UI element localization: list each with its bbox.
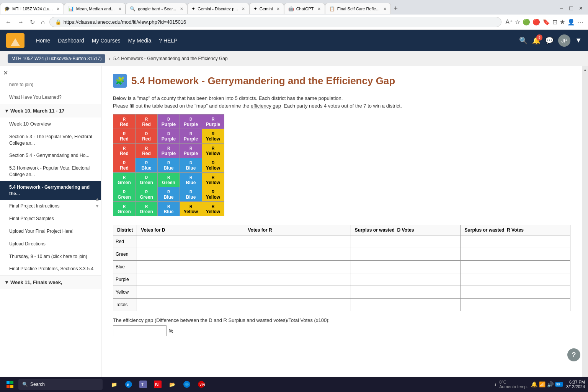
taskbar-wifi-icon[interactable]: 📶 [539, 381, 546, 387]
data-row-purple-surplus_d[interactable] [351, 273, 461, 286]
tab-6-close[interactable]: × [318, 6, 321, 12]
input-totals-votes_d[interactable] [139, 300, 241, 309]
data-row-red-surplus_r[interactable] [461, 235, 570, 248]
data-row-totals-surplus_d[interactable] [351, 299, 461, 311]
input-green-surplus_d[interactable] [353, 250, 458, 259]
input-blue-surplus_d[interactable] [353, 262, 458, 271]
input-totals-votes_r[interactable] [247, 300, 348, 309]
nav-my-media[interactable]: My Media [128, 38, 152, 44]
start-button[interactable] [3, 378, 17, 390]
tab-4-close[interactable]: × [242, 6, 245, 12]
sidebar-item-hw54[interactable]: 5.4 Homework - Gerrymandering and the... [0, 181, 101, 200]
star-icon[interactable]: ☆ [514, 18, 521, 26]
tab-5[interactable]: ✦ Gemini × [249, 3, 284, 14]
sidebar-item-thursday-office[interactable]: Thursday, 9 - 10 am (click here to join) [0, 250, 101, 263]
tab-7-close[interactable]: × [383, 6, 386, 12]
data-row-totals-votes_d[interactable] [137, 299, 244, 311]
data-row-totals-surplus_r[interactable] [461, 299, 570, 311]
notifications-button[interactable]: 🔔 5 [532, 36, 541, 45]
tab-7[interactable]: 📋 Final Self Care Refle... × [325, 3, 391, 14]
data-row-blue-votes_d[interactable] [137, 261, 244, 273]
data-row-totals-votes_r[interactable] [244, 299, 351, 311]
input-red-surplus_r[interactable] [463, 237, 568, 246]
nav-help[interactable]: ? HELP [159, 38, 177, 44]
forward-button[interactable]: → [16, 17, 25, 27]
input-blue-surplus_r[interactable] [463, 262, 568, 271]
data-row-blue-surplus_d[interactable] [351, 261, 461, 273]
sidebar-scroll-down[interactable]: ▼ [95, 203, 100, 209]
split-view-icon[interactable]: ⊡ [552, 18, 558, 26]
data-row-green-surplus_r[interactable] [461, 248, 570, 261]
url-bar[interactable]: 🔒 https://classes.lanecc.edu/mod/lti/vie… [49, 17, 502, 27]
sidebar-scroll-up[interactable]: ▲ [95, 196, 100, 202]
sidebar-item-final-samples[interactable]: Final Project Samples [0, 212, 101, 225]
nav-my-courses[interactable]: My Courses [92, 38, 121, 44]
user-avatar[interactable]: JP [558, 34, 570, 47]
tab-1-close[interactable]: × [57, 6, 60, 12]
taskbar-search-bar[interactable]: 🔍 Search [18, 379, 103, 390]
sidebar-item-section54[interactable]: Section 5.4 - Gerrymandaring and Ho... [0, 149, 101, 162]
tab-2-close[interactable]: × [118, 6, 121, 12]
minimize-button[interactable]: − [557, 4, 565, 13]
data-row-green-votes_d[interactable] [137, 248, 244, 261]
data-row-purple-votes_d[interactable] [137, 273, 244, 286]
data-row-red-surplus_d[interactable] [351, 235, 461, 248]
data-row-green-votes_r[interactable] [244, 248, 351, 261]
taskbar-clock[interactable]: 6:37 PM 3/12/2024 [566, 380, 585, 389]
input-yellow-votes_r[interactable] [247, 287, 348, 297]
taskbar-app-vpn[interactable]: VPN [194, 377, 208, 391]
data-row-blue-surplus_r[interactable] [461, 261, 570, 273]
taskbar-app-browser2[interactable] [180, 377, 194, 391]
input-red-surplus_d[interactable] [353, 237, 458, 246]
input-red-votes_r[interactable] [247, 237, 348, 246]
taskbar-app-teams[interactable]: T [136, 377, 150, 391]
tab-1[interactable]: 🎓 MTH 105Z W24 (Lu... × [0, 3, 64, 14]
sidebar-item-hw53[interactable]: 5.3 Homework - Popular Vote, Electoral C… [0, 162, 101, 181]
input-totals-surplus_r[interactable] [463, 300, 568, 309]
nav-dashboard[interactable]: Dashboard [58, 38, 84, 44]
taskbar-app-edge[interactable]: e [122, 377, 136, 391]
input-purple-votes_d[interactable] [139, 275, 241, 284]
extension-icon-2[interactable]: 🔴 [532, 18, 541, 26]
data-row-red-votes_d[interactable] [137, 235, 244, 248]
input-green-votes_r[interactable] [247, 250, 348, 259]
input-yellow-votes_d[interactable] [139, 287, 241, 297]
extension-icon-3[interactable]: 🔖 [542, 18, 551, 26]
nav-home[interactable]: Home [36, 38, 50, 44]
breadcrumb-course-link[interactable]: MTH 105Z W24 (Luchkovska-Burton 31517) [8, 54, 105, 63]
home-button[interactable]: ⌂ [39, 17, 46, 27]
close-window-button[interactable]: × [577, 4, 585, 13]
profile-icon[interactable]: 👤 [567, 18, 576, 26]
sidebar-section-week10[interactable]: ▾ Week 10, March 11 - 17 [0, 104, 101, 118]
input-green-votes_d[interactable] [139, 250, 241, 259]
translate-icon[interactable]: A⁺ [505, 18, 513, 26]
help-button[interactable]: ? [567, 348, 580, 361]
input-red-votes_d[interactable] [139, 237, 241, 246]
sidebar-item-here-to-join[interactable]: here to join) [0, 78, 101, 91]
tab-2[interactable]: 📊 Mean, Median and... × [64, 3, 126, 14]
data-row-yellow-surplus_d[interactable] [351, 286, 461, 299]
reload-button[interactable]: ↻ [28, 17, 36, 27]
input-green-surplus_r[interactable] [463, 250, 568, 259]
tab-3[interactable]: 🔍 google bard - Sear... × [126, 3, 187, 14]
sidebar-item-final-instructions[interactable]: Final Project Instructions [0, 200, 101, 212]
data-row-purple-surplus_r[interactable] [461, 273, 570, 286]
data-row-blue-votes_r[interactable] [244, 261, 351, 273]
taskbar-app-files[interactable]: 📁 [107, 377, 121, 391]
more-icon[interactable]: ⋯ [577, 18, 584, 26]
search-nav-button[interactable]: 🔍 [519, 36, 528, 45]
taskbar-app-folder[interactable]: 📂 [165, 377, 179, 391]
tab-4[interactable]: ✦ Gemini - Discutez p... × [187, 3, 249, 14]
input-blue-votes_d[interactable] [139, 262, 241, 271]
input-purple-votes_r[interactable] [247, 275, 348, 284]
taskbar-volume-icon[interactable]: 🔊 [547, 381, 554, 387]
input-yellow-surplus_d[interactable] [353, 287, 458, 297]
sidebar-close-button[interactable]: ✕ [3, 69, 8, 77]
input-purple-surplus_r[interactable] [463, 275, 568, 284]
sidebar-section-week11[interactable]: ▾ Week 11, Finals week, [0, 275, 101, 289]
tab-6[interactable]: 🤖 ChatGPT × [284, 3, 325, 14]
data-row-purple-votes_r[interactable] [244, 273, 351, 286]
sidebar-item-upload-directions[interactable]: Upload Directions [0, 238, 101, 250]
data-row-yellow-surplus_r[interactable] [461, 286, 570, 299]
new-tab-button[interactable]: + [391, 5, 401, 13]
